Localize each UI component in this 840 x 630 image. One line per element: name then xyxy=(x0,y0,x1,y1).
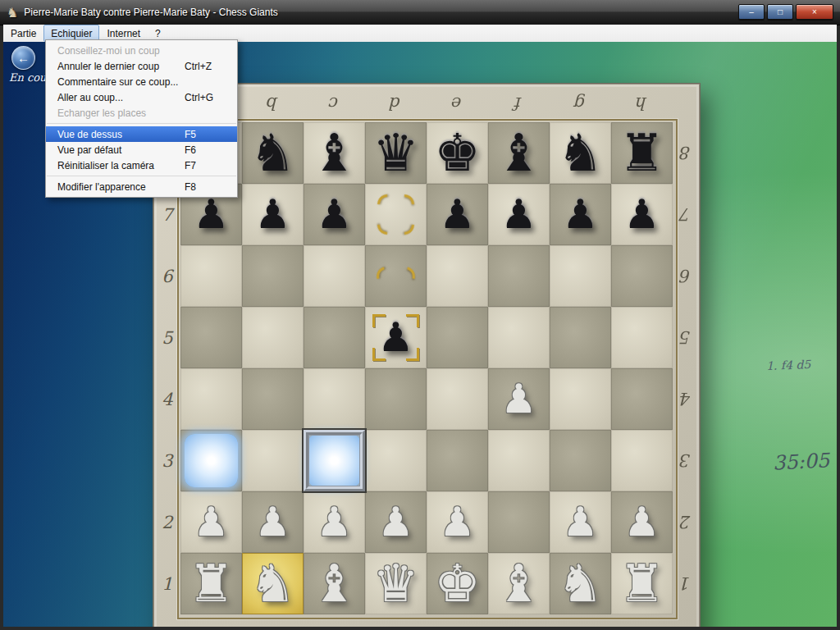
piece-bb-f8[interactable]: ♝ xyxy=(488,122,550,184)
square-d4[interactable] xyxy=(365,368,427,430)
piece-wp-a2[interactable]: ♟ xyxy=(180,491,242,553)
square-g4[interactable] xyxy=(550,368,611,430)
piece-bp-c7[interactable]: ♟ xyxy=(304,184,365,245)
menubar-item-partie[interactable]: Partie xyxy=(3,25,43,42)
square-c8[interactable]: ♝ xyxy=(304,122,365,184)
square-h3[interactable] xyxy=(611,430,673,491)
square-c7[interactable]: ♟ xyxy=(304,184,365,245)
square-e7[interactable]: ♟ xyxy=(427,184,488,245)
piece-bn-g8[interactable]: ♞ xyxy=(550,122,611,184)
square-a4[interactable] xyxy=(180,368,242,430)
menu-item-annuler-le-dernier-coup[interactable]: Annuler le dernier coupCtrl+Z xyxy=(46,58,237,74)
piece-bk-e8[interactable]: ♚ xyxy=(427,122,488,184)
square-e5[interactable] xyxy=(427,307,488,368)
square-c6[interactable] xyxy=(304,245,365,307)
square-a5[interactable] xyxy=(180,307,242,368)
piece-bp-g7[interactable]: ♟ xyxy=(550,184,611,245)
back-button[interactable]: ← xyxy=(11,46,35,70)
square-e2[interactable]: ♟ xyxy=(427,491,488,553)
piece-wp-f4[interactable]: ♟ xyxy=(488,368,550,430)
menu-item-reinitialiser-la-camera[interactable]: Réinitialiser la caméraF7 xyxy=(46,158,237,173)
piece-wp-e2[interactable]: ♟ xyxy=(427,491,488,553)
piece-wp-c2[interactable]: ♟ xyxy=(304,491,365,553)
square-g8[interactable]: ♞ xyxy=(550,122,611,184)
piece-wn-g1[interactable]: ♞ xyxy=(550,553,611,614)
square-g5[interactable] xyxy=(550,307,611,368)
square-f1[interactable]: ♝ xyxy=(488,553,550,614)
menu-item-modifier-l-apparence[interactable]: Modifier l'apparenceF8 xyxy=(46,179,237,194)
square-d3[interactable] xyxy=(365,430,427,491)
menu-item-vue-de-dessus[interactable]: Vue de dessusF5 xyxy=(46,126,237,142)
square-f6[interactable] xyxy=(488,245,550,307)
piece-bp-b7[interactable]: ♟ xyxy=(242,184,304,245)
square-h4[interactable] xyxy=(611,368,673,430)
square-h7[interactable]: ♟ xyxy=(611,184,673,245)
square-e4[interactable] xyxy=(427,368,488,430)
square-h1[interactable]: ♜ xyxy=(611,553,673,614)
minimize-button[interactable]: – xyxy=(738,4,765,20)
piece-br-h8[interactable]: ♜ xyxy=(611,122,673,184)
square-a3[interactable] xyxy=(180,430,242,491)
close-button[interactable]: × xyxy=(796,4,833,20)
square-a6[interactable] xyxy=(180,245,242,307)
square-e8[interactable]: ♚ xyxy=(427,122,488,184)
square-d1[interactable]: ♛ xyxy=(365,553,427,614)
piece-bp-h7[interactable]: ♟ xyxy=(611,184,673,245)
square-f2[interactable] xyxy=(488,491,550,553)
square-d2[interactable]: ♟ xyxy=(365,491,427,553)
square-e1[interactable]: ♚ xyxy=(427,553,488,614)
square-c5[interactable] xyxy=(304,307,365,368)
square-h6[interactable] xyxy=(611,245,673,307)
piece-bn-b8[interactable]: ♞ xyxy=(242,122,304,184)
square-c4[interactable] xyxy=(304,368,365,430)
square-c3[interactable] xyxy=(304,430,365,491)
square-c1[interactable]: ♝ xyxy=(304,553,365,614)
menu-item-echanger-les-places[interactable]: Echanger les places xyxy=(46,105,237,121)
piece-bp-e7[interactable]: ♟ xyxy=(427,184,488,245)
square-b7[interactable]: ♟ xyxy=(242,184,304,245)
piece-bq-d8[interactable]: ♛ xyxy=(365,122,427,184)
square-h2[interactable]: ♟ xyxy=(611,491,673,553)
piece-wp-d2[interactable]: ♟ xyxy=(365,491,427,553)
square-d8[interactable]: ♛ xyxy=(365,122,427,184)
piece-wk-e1[interactable]: ♚ xyxy=(427,553,488,614)
square-g3[interactable] xyxy=(550,430,611,491)
square-f3[interactable] xyxy=(488,430,550,491)
square-f8[interactable]: ♝ xyxy=(488,122,550,184)
piece-wb-c1[interactable]: ♝ xyxy=(304,553,365,614)
piece-wr-h1[interactable]: ♜ xyxy=(611,553,673,614)
square-b6[interactable] xyxy=(242,245,304,307)
square-d6[interactable] xyxy=(365,245,427,307)
square-c2[interactable]: ♟ xyxy=(304,491,365,553)
menu-item-conseillez-moi-un-coup[interactable]: Conseillez-moi un coup xyxy=(46,43,237,58)
square-f4[interactable]: ♟ xyxy=(488,368,550,430)
square-f7[interactable]: ♟ xyxy=(488,184,550,245)
piece-wr-a1[interactable]: ♜ xyxy=(180,553,242,614)
square-b8[interactable]: ♞ xyxy=(242,122,304,184)
piece-wp-b2[interactable]: ♟ xyxy=(242,491,304,553)
menu-item-vue-par-defaut[interactable]: Vue par défautF6 xyxy=(46,142,237,158)
square-a2[interactable]: ♟ xyxy=(180,491,242,553)
square-f5[interactable] xyxy=(488,307,550,368)
square-b5[interactable] xyxy=(242,307,304,368)
square-g1[interactable]: ♞ xyxy=(550,553,611,614)
piece-wp-h2[interactable]: ♟ xyxy=(611,491,673,553)
piece-wb-f1[interactable]: ♝ xyxy=(488,553,550,614)
square-b1[interactable]: ♞ xyxy=(242,553,304,614)
menu-item-aller-au-coup[interactable]: Aller au coup...Ctrl+G xyxy=(46,89,237,105)
square-d5[interactable]: ♟ xyxy=(365,307,427,368)
piece-bb-c8[interactable]: ♝ xyxy=(304,122,365,184)
menu-item-commentaire-sur-ce-coup[interactable]: Commentaire sur ce coup... xyxy=(46,74,237,89)
square-d7[interactable] xyxy=(365,184,427,245)
piece-wn-b1[interactable]: ♞ xyxy=(242,553,304,614)
square-b3[interactable] xyxy=(242,430,304,491)
square-g7[interactable]: ♟ xyxy=(550,184,611,245)
square-g2[interactable]: ♟ xyxy=(550,491,611,553)
square-b4[interactable] xyxy=(242,368,304,430)
square-b2[interactable]: ♟ xyxy=(242,491,304,553)
square-h5[interactable] xyxy=(611,307,673,368)
piece-wp-g2[interactable]: ♟ xyxy=(550,491,611,553)
square-g6[interactable] xyxy=(550,245,611,307)
square-a1[interactable]: ♜ xyxy=(180,553,242,614)
maximize-button[interactable]: □ xyxy=(767,4,793,20)
